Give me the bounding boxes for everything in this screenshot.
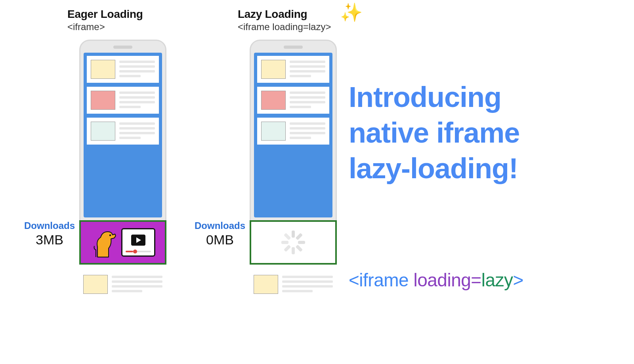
column-eager: Eager Loading <iframe> [12,8,166,298]
code-tag-open: <iframe [349,270,409,290]
column-header-eager: Eager Loading <iframe> [12,8,143,32]
download-badge: Downloads 3MB [21,220,78,248]
feed-item [257,87,329,114]
column-title: Lazy Loading [238,8,331,21]
dog-icon [90,226,117,259]
thumbnail-icon [91,91,115,110]
iframe-placeholder [250,220,337,265]
progress-bar-icon [126,251,151,252]
code-value: lazy [481,270,513,290]
download-label: Downloads [21,220,78,231]
download-size: 3MB [21,232,78,248]
iframe-row-lazy: Downloads 0MB [250,220,337,265]
feed-item [87,118,159,145]
text-lines-icon [119,60,155,79]
play-icon [131,235,145,246]
thumbnail-icon [83,275,108,294]
phone-lazy: Downloads 0MB [250,40,337,298]
thumbnail-icon [91,122,115,141]
download-badge: Downloads 0MB [191,220,249,248]
code-eq: = [471,270,481,290]
thumbnail-icon [261,91,286,110]
column-subtitle: <iframe loading=lazy> [238,21,331,32]
download-size: 0MB [191,232,249,248]
thumbnail-icon [261,122,286,141]
iframe-loaded [79,220,166,265]
headline-line: lazy-loading! [349,151,519,186]
phone-eager: Downloads 3MB [79,40,166,298]
comparison-columns: Eager Loading <iframe> [12,8,337,298]
feed-item [257,56,329,83]
phone-frame [250,40,337,222]
thumbnail-icon [261,60,286,79]
column-title: Eager Loading [67,8,143,21]
phone-screen [84,53,162,217]
headline-line: native iframe [349,115,519,151]
text-lines-icon [290,60,325,79]
column-lazy: Lazy Loading <iframe loading=lazy> ✨ [182,8,337,298]
code-snippet: <iframe loading=lazy> [349,269,523,291]
text-lines-icon [112,275,162,294]
phone-screen [254,53,332,217]
thumbnail-icon [254,275,278,294]
text-lines-icon [119,122,155,141]
feed-item [257,118,329,145]
sparkles-icon: ✨ [340,3,363,21]
text-lines-icon [290,91,325,110]
headline: Introducing native iframe lazy-loading! [349,79,519,186]
phone-frame [79,40,166,222]
text-lines-icon [119,91,155,110]
code-attr: loading [413,270,471,290]
phone-speaker-icon [284,46,303,49]
column-subtitle: <iframe> [67,21,143,32]
iframe-row-eager: Downloads 3MB [79,220,166,265]
feed-item [87,56,159,83]
svg-point-0 [109,234,111,236]
video-player-icon [121,228,155,257]
feed-item [79,271,166,298]
text-lines-icon [282,275,333,294]
code-tag-close: > [513,270,523,290]
headline-line: Introducing [349,79,519,115]
thumbnail-icon [91,60,115,79]
loading-spinner-icon [281,231,305,254]
text-lines-icon [290,122,325,141]
feed-item [250,271,337,298]
diagram-stage: Eager Loading <iframe> [0,0,634,364]
column-header-lazy: Lazy Loading <iframe loading=lazy> ✨ [182,8,331,32]
download-label: Downloads [191,220,249,231]
feed-item [87,87,159,114]
phone-speaker-icon [113,46,132,49]
